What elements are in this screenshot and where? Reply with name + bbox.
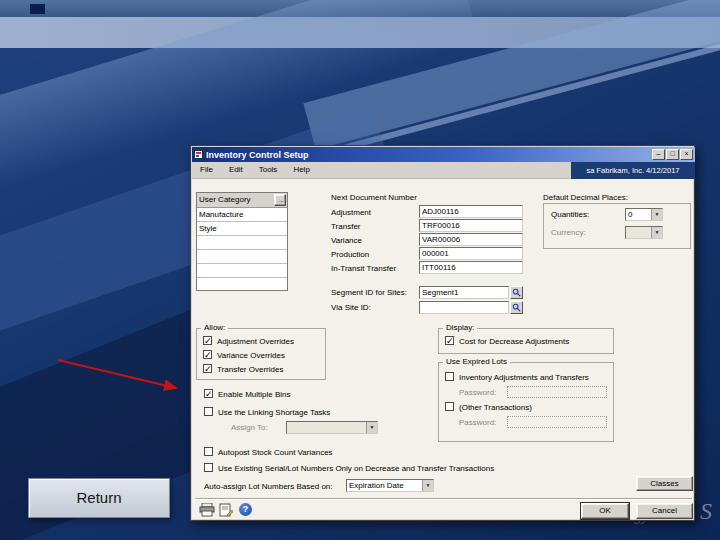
variance-label: Variance <box>331 236 362 246</box>
quantities-select[interactable]: 0 ▼ <box>625 208 663 221</box>
chevron-down-icon[interactable]: ▼ <box>651 209 662 220</box>
checkbox-transfer-overrides[interactable] <box>203 364 212 373</box>
menu-tools[interactable]: Tools <box>251 162 286 178</box>
checkbox-variance-overrides[interactable] <box>203 350 212 359</box>
quantities-value: 0 <box>628 210 632 219</box>
list-item[interactable]: Style <box>197 222 287 236</box>
menu-edit[interactable]: Edit <box>221 162 251 178</box>
menu-help[interactable]: Help <box>285 162 317 178</box>
password2-label: Password: <box>459 418 496 428</box>
shortage-tasks-label: Use the Linking Shortage Tasks <box>218 408 330 418</box>
use-existing-serial-lot-label: Use Existing Serial/Lot Numbers Only on … <box>218 464 494 474</box>
adjustment-label: Adjustment <box>331 208 371 218</box>
presentation-slide: gy S Return Inventory Control Setup – □ … <box>0 0 720 540</box>
user-category-header[interactable]: User Category → <box>197 193 287 208</box>
window-title: Inventory Control Setup <box>206 150 651 160</box>
print-icon[interactable] <box>199 503 215 519</box>
list-item[interactable] <box>197 278 287 292</box>
checkbox-other-transactions[interactable] <box>445 402 454 411</box>
enable-multiple-bins-label: Enable Multiple Bins <box>218 390 290 400</box>
checkbox-cost-for-decrease-adjustments[interactable] <box>445 336 454 345</box>
user-category-label: User Category <box>199 195 251 204</box>
currency-label: Currency: <box>551 228 586 238</box>
allow-label: Allow: <box>201 323 228 333</box>
currency-select: ▼ <box>625 226 663 239</box>
cost-for-decrease-adjustments-label: Cost for Decrease Adjustments <box>459 337 569 347</box>
app-icon <box>194 150 203 159</box>
segment-id-field[interactable]: Segment1 <box>419 286 509 299</box>
list-item[interactable] <box>197 264 287 278</box>
menu-file[interactable]: File <box>192 162 221 178</box>
auto-assign-select[interactable]: Expiration Date ▼ <box>346 479 434 492</box>
use-expired-lots-label: Use Expired Lots <box>443 357 510 367</box>
user-category-list: User Category → Manufacture Style <box>196 192 288 291</box>
user-company-date-bar: sa Fabrikam, Inc. 4/12/2017 <box>571 162 695 179</box>
segment-id-label: Segment ID for Sites: <box>331 288 407 298</box>
list-item[interactable] <box>197 250 287 264</box>
checkbox-inventory-adjustments-transfers[interactable] <box>445 372 454 381</box>
checkbox-use-existing-serial-lot[interactable] <box>204 463 213 472</box>
checkbox-enable-multiple-bins[interactable] <box>204 389 213 398</box>
cancel-button[interactable]: Cancel <box>636 503 693 519</box>
via-site-id-field[interactable] <box>419 301 509 314</box>
checkbox-adjustment-overrides[interactable] <box>203 336 212 345</box>
close-button[interactable]: × <box>680 149 693 160</box>
inventory-control-setup-window: Inventory Control Setup – □ × File Edit … <box>190 145 695 521</box>
adjustment-overrides-label: Adjustment Overrides <box>217 337 294 347</box>
assign-to-label: Assign To: <box>231 423 268 433</box>
top-band-accent <box>30 4 45 14</box>
auto-assign-value: Expiration Date <box>349 481 404 490</box>
password1-field[interactable] <box>507 386 607 398</box>
adjustment-number-field[interactable]: ADJ00116 <box>419 205 523 218</box>
password2-field[interactable] <box>507 416 607 428</box>
chevron-down-icon[interactable]: ▼ <box>422 480 433 491</box>
inventory-adjustments-transfers-label: Inventory Adjustments and Transfers <box>459 373 589 383</box>
minimize-button[interactable]: – <box>652 149 665 160</box>
in-transit-transfer-label: In-Transit Transfer <box>331 264 396 274</box>
chevron-down-icon: ▼ <box>366 422 377 433</box>
divider <box>195 498 692 500</box>
list-item[interactable]: Manufacture <box>197 208 287 222</box>
password1-label: Password: <box>459 388 496 398</box>
lookup-icon[interactable] <box>510 301 523 314</box>
transfer-label: Transfer <box>331 222 361 232</box>
chevron-down-icon: ▼ <box>651 227 662 238</box>
variance-overrides-label: Variance Overrides <box>217 351 285 361</box>
auto-assign-label: Auto-assign Lot Numbers Based on: <box>204 482 333 492</box>
variance-number-field[interactable]: VAR00006 <box>419 233 523 246</box>
next-document-number-label: Next Document Number <box>331 193 417 203</box>
transfer-overrides-label: Transfer Overrides <box>217 365 283 375</box>
ok-button[interactable]: OK <box>581 503 629 519</box>
maximize-button[interactable]: □ <box>666 149 679 160</box>
lookup-icon[interactable] <box>510 286 523 299</box>
autopost-stock-count-variances-label: Autopost Stock Count Variances <box>218 448 333 458</box>
help-icon[interactable]: ? <box>239 503 252 516</box>
via-site-id-label: Via Site ID: <box>331 303 371 313</box>
quantities-label: Quantities: <box>551 210 589 220</box>
title-bar[interactable]: Inventory Control Setup – □ × <box>192 147 695 162</box>
logo-fragment: S <box>700 498 712 525</box>
display-label: Display: <box>443 323 477 333</box>
prompt-arrow-icon[interactable]: → <box>274 194 286 206</box>
assign-to-select: ▼ <box>286 421 378 434</box>
checkbox-autopost-stock-count-variances[interactable] <box>204 447 213 456</box>
production-label: Production <box>331 250 369 260</box>
in-transit-transfer-number-field[interactable]: ITT00116 <box>419 261 523 274</box>
checkbox-shortage-tasks[interactable] <box>204 407 213 416</box>
default-decimal-places-label: Default Decimal Places: <box>543 193 628 203</box>
list-item[interactable] <box>197 236 287 250</box>
return-button[interactable]: Return <box>28 478 170 518</box>
other-transactions-label: (Other Transactions) <box>459 403 532 413</box>
production-number-field[interactable]: 000001 <box>419 247 523 260</box>
note-icon[interactable] <box>219 503 233 519</box>
transfer-number-field[interactable]: TRF00016 <box>419 219 523 232</box>
classes-button[interactable]: Classes <box>636 476 693 491</box>
